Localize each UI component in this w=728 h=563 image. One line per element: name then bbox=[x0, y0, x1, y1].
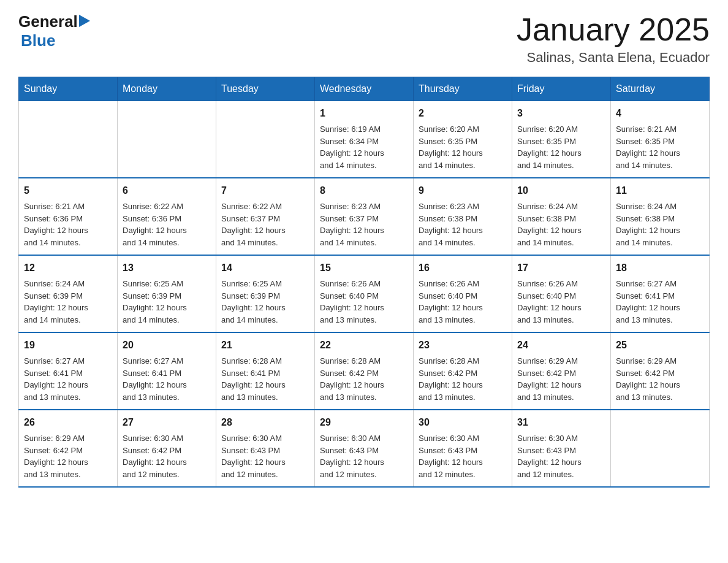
day-info: and 12 minutes. bbox=[419, 469, 507, 481]
day-info: Daylight: 12 hours bbox=[320, 224, 408, 237]
calendar-week-row: 26Sunrise: 6:29 AMSunset: 6:42 PMDayligh… bbox=[19, 410, 710, 487]
day-number: 25 bbox=[616, 338, 704, 353]
day-info: Daylight: 12 hours bbox=[221, 224, 309, 237]
day-info: Daylight: 12 hours bbox=[123, 456, 211, 469]
calendar-cell: 29Sunrise: 6:30 AMSunset: 6:43 PMDayligh… bbox=[315, 410, 414, 487]
day-info: Daylight: 12 hours bbox=[221, 302, 309, 314]
weekday-header: Wednesday bbox=[315, 77, 414, 101]
day-info: and 14 minutes. bbox=[320, 237, 408, 249]
day-info: Sunset: 6:41 PM bbox=[221, 367, 309, 380]
calendar-cell: 8Sunrise: 6:23 AMSunset: 6:37 PMDaylight… bbox=[315, 178, 414, 255]
calendar-cell: 31Sunrise: 6:30 AMSunset: 6:43 PMDayligh… bbox=[512, 410, 611, 487]
day-number: 30 bbox=[419, 415, 507, 430]
day-info: Sunset: 6:35 PM bbox=[517, 136, 605, 148]
calendar-cell: 17Sunrise: 6:26 AMSunset: 6:40 PMDayligh… bbox=[512, 255, 611, 332]
day-number: 1 bbox=[320, 106, 408, 121]
day-info: and 14 minutes. bbox=[24, 237, 112, 249]
day-info: and 13 minutes. bbox=[616, 391, 704, 404]
day-info: Sunrise: 6:29 AM bbox=[616, 355, 704, 367]
calendar-cell: 23Sunrise: 6:28 AMSunset: 6:42 PMDayligh… bbox=[414, 332, 512, 410]
day-info: Sunrise: 6:23 AM bbox=[320, 201, 408, 213]
day-info: and 12 minutes. bbox=[517, 469, 605, 481]
day-info: and 12 minutes. bbox=[320, 469, 408, 481]
day-info: Sunrise: 6:28 AM bbox=[419, 355, 507, 367]
calendar-cell: 7Sunrise: 6:22 AMSunset: 6:37 PMDaylight… bbox=[216, 178, 315, 255]
day-info: and 13 minutes. bbox=[24, 391, 112, 404]
calendar-table: SundayMondayTuesdayWednesdayThursdayFrid… bbox=[18, 77, 710, 488]
day-info: and 13 minutes. bbox=[616, 314, 704, 326]
day-info: Sunset: 6:40 PM bbox=[517, 290, 605, 302]
day-info: Sunset: 6:43 PM bbox=[517, 445, 605, 457]
page-header: General Blue January 2025 Salinas, Santa… bbox=[18, 12, 710, 66]
day-info: Sunrise: 6:27 AM bbox=[616, 278, 704, 290]
day-info: Sunrise: 6:25 AM bbox=[221, 278, 309, 290]
day-info: and 14 minutes. bbox=[24, 314, 112, 326]
day-info: Daylight: 12 hours bbox=[419, 224, 507, 237]
calendar-cell: 13Sunrise: 6:25 AMSunset: 6:39 PMDayligh… bbox=[118, 255, 216, 332]
day-info: Daylight: 12 hours bbox=[419, 302, 507, 314]
weekday-header: Monday bbox=[118, 77, 216, 101]
day-info: Sunset: 6:42 PM bbox=[517, 367, 605, 380]
day-info: Sunset: 6:42 PM bbox=[419, 367, 507, 380]
day-info: Daylight: 12 hours bbox=[123, 302, 211, 314]
day-info: Sunset: 6:40 PM bbox=[320, 290, 408, 302]
calendar-cell bbox=[611, 410, 710, 487]
day-number: 6 bbox=[123, 183, 211, 198]
day-info: Sunset: 6:38 PM bbox=[517, 213, 605, 225]
day-info: Sunrise: 6:24 AM bbox=[24, 278, 112, 290]
day-info: Sunrise: 6:26 AM bbox=[517, 278, 605, 290]
calendar-week-row: 1Sunrise: 6:19 AMSunset: 6:34 PMDaylight… bbox=[19, 101, 710, 178]
logo-blue: Blue bbox=[21, 31, 55, 50]
day-number: 23 bbox=[419, 338, 507, 353]
calendar-cell: 5Sunrise: 6:21 AMSunset: 6:36 PMDaylight… bbox=[19, 178, 118, 255]
day-info: Sunrise: 6:21 AM bbox=[24, 201, 112, 213]
weekday-header: Friday bbox=[512, 77, 611, 101]
day-info: Daylight: 12 hours bbox=[616, 224, 704, 237]
day-info: Sunrise: 6:19 AM bbox=[320, 123, 408, 136]
day-number: 24 bbox=[517, 338, 605, 353]
day-info: Sunrise: 6:25 AM bbox=[123, 278, 211, 290]
day-number: 16 bbox=[419, 261, 507, 275]
day-info: Sunset: 6:42 PM bbox=[616, 367, 704, 380]
day-number: 13 bbox=[123, 261, 211, 275]
day-info: Sunrise: 6:29 AM bbox=[517, 355, 605, 367]
day-info: Sunset: 6:37 PM bbox=[320, 213, 408, 225]
day-info: Daylight: 12 hours bbox=[24, 302, 112, 314]
day-info: Sunrise: 6:30 AM bbox=[320, 432, 408, 445]
day-info: and 13 minutes. bbox=[419, 391, 507, 404]
calendar-header: SundayMondayTuesdayWednesdayThursdayFrid… bbox=[19, 77, 710, 101]
svg-marker-0 bbox=[79, 15, 90, 27]
day-info: Sunset: 6:38 PM bbox=[419, 213, 507, 225]
calendar-cell: 14Sunrise: 6:25 AMSunset: 6:39 PMDayligh… bbox=[216, 255, 315, 332]
day-number: 22 bbox=[320, 338, 408, 353]
day-info: and 14 minutes. bbox=[419, 159, 507, 172]
day-info: Sunrise: 6:27 AM bbox=[24, 355, 112, 367]
calendar-cell: 22Sunrise: 6:28 AMSunset: 6:42 PMDayligh… bbox=[315, 332, 414, 410]
day-info: and 13 minutes. bbox=[24, 469, 112, 481]
day-info: Daylight: 12 hours bbox=[616, 379, 704, 391]
day-info: Sunset: 6:41 PM bbox=[24, 367, 112, 380]
weekday-row: SundayMondayTuesdayWednesdayThursdayFrid… bbox=[19, 77, 710, 101]
calendar-cell: 4Sunrise: 6:21 AMSunset: 6:35 PMDaylight… bbox=[611, 101, 710, 178]
day-number: 14 bbox=[221, 261, 309, 275]
calendar-cell: 19Sunrise: 6:27 AMSunset: 6:41 PMDayligh… bbox=[19, 332, 118, 410]
day-info: Sunrise: 6:30 AM bbox=[517, 432, 605, 445]
day-info: Sunset: 6:43 PM bbox=[221, 445, 309, 457]
day-info: Sunset: 6:39 PM bbox=[24, 290, 112, 302]
day-info: Sunset: 6:35 PM bbox=[616, 136, 704, 148]
day-info: Sunrise: 6:27 AM bbox=[123, 355, 211, 367]
day-info: Sunrise: 6:30 AM bbox=[221, 432, 309, 445]
day-info: Daylight: 12 hours bbox=[517, 456, 605, 469]
day-info: Sunset: 6:37 PM bbox=[221, 213, 309, 225]
weekday-header: Thursday bbox=[414, 77, 512, 101]
day-info: Daylight: 12 hours bbox=[320, 147, 408, 159]
calendar-week-row: 5Sunrise: 6:21 AMSunset: 6:36 PMDaylight… bbox=[19, 178, 710, 255]
day-number: 19 bbox=[24, 338, 112, 353]
day-info: and 14 minutes. bbox=[616, 237, 704, 249]
title-block: January 2025 Salinas, Santa Elena, Ecuad… bbox=[517, 12, 710, 66]
day-info: Sunset: 6:41 PM bbox=[616, 290, 704, 302]
calendar-cell: 28Sunrise: 6:30 AMSunset: 6:43 PMDayligh… bbox=[216, 410, 315, 487]
day-info: Sunset: 6:39 PM bbox=[123, 290, 211, 302]
day-info: Daylight: 12 hours bbox=[517, 379, 605, 391]
logo-general: General bbox=[18, 12, 78, 31]
